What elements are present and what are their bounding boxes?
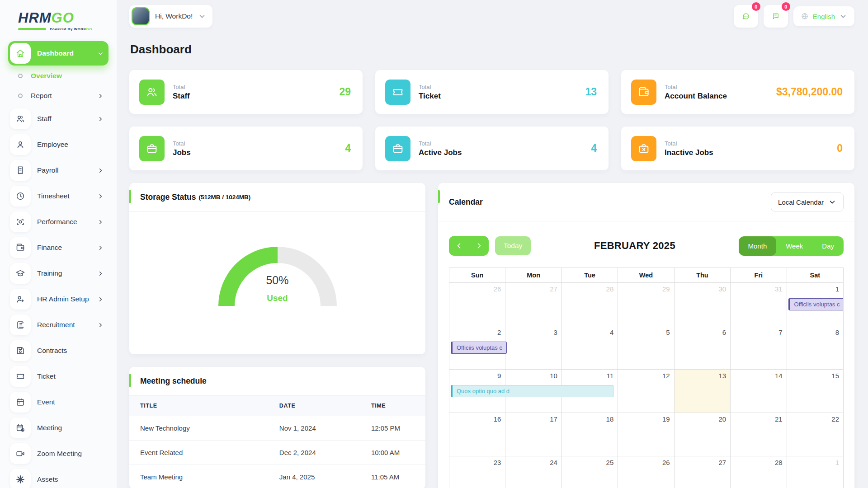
calendar-grid: SunMonTueWedThuFriSat 2627282930311Offic…	[449, 267, 844, 488]
sidebar-item-employee[interactable]: Employee	[8, 132, 108, 157]
day-number: 23	[494, 459, 501, 466]
sidebar-item-dashboard[interactable]: Dashboard	[8, 41, 108, 66]
calendar-day-cell[interactable]: 22	[787, 413, 843, 456]
app-logo[interactable]: HRMGO Powered By WORKDO	[8, 6, 108, 33]
calendar-day-cell[interactable]: 17	[505, 413, 561, 456]
sidebar-item-label: Finance	[37, 244, 62, 252]
users-icon	[139, 80, 165, 105]
calendar-month-label: FEBRUARY 2025	[531, 240, 738, 252]
calendar-day-cell[interactable]: 6	[675, 326, 731, 370]
calendar-day-cell[interactable]: 29	[618, 283, 674, 326]
calendar-title: Calendar	[449, 197, 483, 207]
calendar-next-button[interactable]	[469, 236, 489, 256]
sidebar-item-recruitment[interactable]: Recruitment	[8, 313, 108, 337]
calendar-day-cell[interactable]: 26	[618, 456, 674, 488]
calendar-day-cell[interactable]: 14	[731, 370, 787, 413]
day-header-fri: Fri	[731, 268, 787, 282]
messages-button[interactable]: 0	[734, 5, 758, 28]
day-number: 26	[662, 459, 670, 466]
sidebar-item-overview[interactable]: Overview	[8, 67, 108, 85]
calendar-day-cell[interactable]: 24	[505, 456, 561, 488]
chevron-down-icon	[97, 50, 104, 57]
calendar-prev-button[interactable]	[449, 236, 469, 256]
calendar-day-cell[interactable]: 20	[675, 413, 731, 456]
table-cell: Nov 1, 2024	[269, 416, 360, 441]
calendar-view-week[interactable]: Week	[776, 236, 812, 256]
calendar-day-cell[interactable]: 4	[562, 326, 618, 370]
notifications-button[interactable]: 0	[764, 5, 788, 28]
sidebar-item-report[interactable]: Report	[8, 87, 108, 105]
calendar-day-cell[interactable]: 28	[731, 456, 787, 488]
calendar-day-cell[interactable]: 15	[787, 370, 843, 413]
chevron-right-icon	[97, 116, 104, 122]
sidebar-item-event[interactable]: Event	[8, 390, 108, 414]
sidebar-item-staff[interactable]: Staff	[8, 107, 108, 131]
calendar-day-cell[interactable]: 26	[449, 283, 505, 326]
calendar-day-cell[interactable]: 9Quos optio quo ad d	[449, 370, 505, 413]
stats-grid: TotalStaff29TotalTicket13TotalAccount Ba…	[129, 70, 854, 170]
calendar-day-cell[interactable]: 16	[449, 413, 505, 456]
calendar-day-cell[interactable]: 27	[505, 283, 561, 326]
calendar-source-select[interactable]: Local Calendar	[771, 192, 844, 211]
sidebar-item-assets[interactable]: Assets	[8, 467, 108, 488]
calendar-day-cell[interactable]: 19	[618, 413, 674, 456]
calendar-day-cell[interactable]: 25	[562, 456, 618, 488]
sidebar-item-zoom-meeting[interactable]: Zoom Meeting	[8, 441, 108, 466]
storage-percent: 50%	[218, 274, 337, 287]
briefcase-icon	[385, 136, 410, 161]
stat-value: 0	[837, 142, 843, 155]
stat-value: 4	[345, 142, 351, 155]
calendar-day-cell[interactable]: 3	[505, 326, 561, 370]
sidebar-item-training[interactable]: Training	[8, 261, 108, 286]
sidebar-item-contracts[interactable]: Contracts	[8, 338, 108, 363]
day-number: 13	[718, 372, 726, 380]
calendar-day-cell[interactable]: 21	[731, 413, 787, 456]
stat-card-staff: TotalStaff29	[129, 70, 363, 114]
calendar-view-switcher: MonthWeekDay	[739, 236, 844, 256]
calendar-day-cell[interactable]: 30	[675, 283, 731, 326]
calendar-today-button[interactable]: Today	[495, 236, 531, 255]
sidebar-item-performance[interactable]: Performance	[8, 210, 108, 234]
user-menu[interactable]: Hi, WorkDo!	[129, 5, 212, 28]
sidebar-item-label: Staff	[37, 115, 52, 123]
sidebar-item-meeting[interactable]: Meeting	[8, 416, 108, 440]
calendar-day-cell[interactable]: 2Officiis voluptas c	[449, 326, 505, 370]
storage-usage-label: (512MB / 1024MB)	[199, 194, 251, 201]
calendar-view-month[interactable]: Month	[739, 236, 777, 256]
table-row: New TechnologyNov 1, 202412:05 PM	[129, 416, 425, 441]
sidebar-item-hr-admin-setup[interactable]: HR Admin Setup	[8, 287, 108, 311]
sidebar-item-timesheet[interactable]: Timesheet	[8, 184, 108, 208]
calendar-day-cell[interactable]: 1	[787, 456, 843, 488]
day-number: 31	[775, 285, 783, 293]
calendar-day-cell[interactable]: 18	[562, 413, 618, 456]
calendar-week-row: 2Officiis voluptas c345678	[449, 326, 843, 370]
sidebar: HRMGO Powered By WORKDO DashboardOvervie…	[0, 0, 117, 488]
day-number: 17	[550, 415, 557, 423]
calendar-view-day[interactable]: Day	[812, 236, 844, 256]
day-number: 27	[718, 459, 726, 466]
calendar-event[interactable]: Officiis voluptas c	[451, 342, 507, 354]
calendar-day-cell[interactable]: 8	[787, 326, 843, 370]
calendar-day-cell[interactable]: 12	[618, 370, 674, 413]
calendar-day-cell[interactable]: 27	[675, 456, 731, 488]
ticket-icon	[385, 80, 410, 105]
calendar-day-cell[interactable]: 31	[731, 283, 787, 326]
sidebar-item-payroll[interactable]: Payroll	[8, 158, 108, 183]
calendar-event[interactable]: Officiis voluptas c	[788, 298, 844, 310]
day-header-sun: Sun	[449, 268, 505, 282]
sidebar-item-label: Employee	[37, 141, 68, 149]
day-number: 4	[610, 328, 613, 336]
calendar-day-cell[interactable]: 23	[449, 456, 505, 488]
calendar-day-cell[interactable]: 7	[731, 326, 787, 370]
sidebar-item-ticket[interactable]: Ticket	[8, 364, 108, 389]
calendar-day-cell[interactable]: 1Officiis voluptas c	[787, 283, 843, 326]
calendar-day-cell[interactable]: 28	[562, 283, 618, 326]
sidebar-item-finance[interactable]: Finance	[8, 235, 108, 260]
sidebar-nav: DashboardOverviewReportStaffEmployeePayr…	[8, 41, 108, 488]
save-icon	[10, 340, 31, 361]
language-selector[interactable]: English	[793, 6, 854, 26]
wallet-icon	[10, 237, 31, 258]
calendar-day-cell[interactable]: 13	[675, 370, 731, 413]
calendar-event[interactable]: Quos optio quo ad d	[451, 385, 613, 397]
calendar-day-cell[interactable]: 5	[618, 326, 674, 370]
